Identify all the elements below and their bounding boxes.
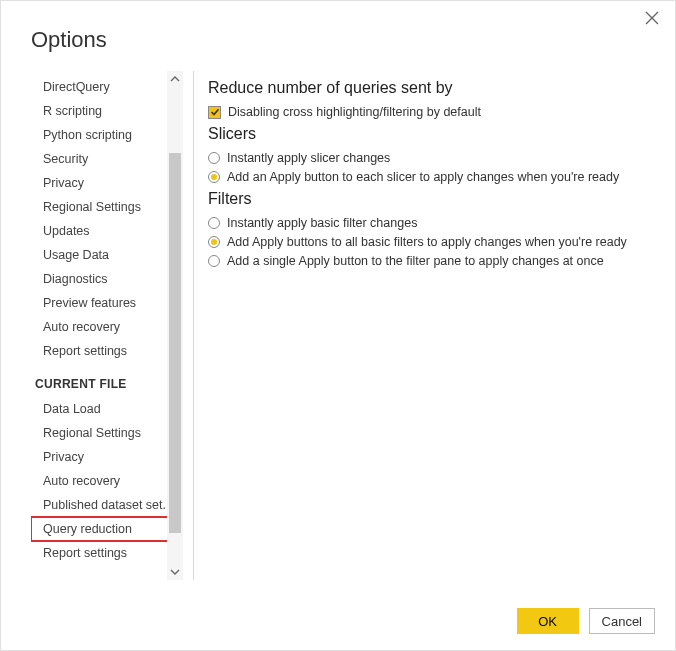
radio-icon <box>208 152 220 164</box>
chevron-up-icon[interactable] <box>167 71 183 87</box>
checkbox-label: Disabling cross highlighting/filtering b… <box>228 105 481 119</box>
sidebar: DirectQuery R scripting Python scripting… <box>31 71 183 580</box>
content-panel: Reduce number of queries sent by Disabli… <box>208 71 655 580</box>
radio-filter-apply-single[interactable]: Add a single Apply button to the filter … <box>208 254 655 268</box>
sidebar-item-r-scripting[interactable]: R scripting <box>31 99 183 123</box>
sidebar-item-report-settings[interactable]: Report settings <box>31 339 183 363</box>
sidebar-item-privacy-file[interactable]: Privacy <box>31 445 183 469</box>
dialog-footer: OK Cancel <box>517 608 655 634</box>
sidebar-item-python-scripting[interactable]: Python scripting <box>31 123 183 147</box>
group-title-slicers: Slicers <box>208 125 655 143</box>
radio-label: Add a single Apply button to the filter … <box>227 254 604 268</box>
scrollbar-thumb[interactable] <box>169 153 181 533</box>
chevron-down-icon[interactable] <box>167 564 183 580</box>
close-icon[interactable] <box>645 11 661 27</box>
sidebar-item-regional-settings-file[interactable]: Regional Settings <box>31 421 183 445</box>
vertical-divider <box>193 71 194 580</box>
sidebar-item-diagnostics[interactable]: Diagnostics <box>31 267 183 291</box>
cancel-button[interactable]: Cancel <box>589 608 655 634</box>
page-title: Options <box>31 27 107 53</box>
group-title-filters: Filters <box>208 190 655 208</box>
sidebar-item-preview-features[interactable]: Preview features <box>31 291 183 315</box>
sidebar-item-auto-recovery[interactable]: Auto recovery <box>31 315 183 339</box>
sidebar-item-regional-settings[interactable]: Regional Settings <box>31 195 183 219</box>
checkbox-disable-cross-highlight[interactable]: Disabling cross highlighting/filtering b… <box>208 105 655 119</box>
radio-icon <box>208 255 220 267</box>
radio-icon <box>208 217 220 229</box>
radio-label: Add an Apply button to each slicer to ap… <box>227 170 619 184</box>
radio-label: Instantly apply basic filter changes <box>227 216 417 230</box>
radio-filter-instant[interactable]: Instantly apply basic filter changes <box>208 216 655 230</box>
sidebar-item-directquery[interactable]: DirectQuery <box>31 75 183 99</box>
sidebar-section-header: CURRENT FILE <box>31 363 183 397</box>
radio-filter-apply-each[interactable]: Add Apply buttons to all basic filters t… <box>208 235 655 249</box>
sidebar-item-auto-recovery-file[interactable]: Auto recovery <box>31 469 183 493</box>
sidebar-item-data-load[interactable]: Data Load <box>31 397 183 421</box>
radio-icon <box>208 171 220 183</box>
checkbox-icon <box>208 106 221 119</box>
sidebar-item-report-settings-file[interactable]: Report settings <box>31 541 183 565</box>
sidebar-item-privacy[interactable]: Privacy <box>31 171 183 195</box>
ok-button[interactable]: OK <box>517 608 579 634</box>
sidebar-item-security[interactable]: Security <box>31 147 183 171</box>
scrollbar-track[interactable] <box>167 71 183 580</box>
radio-slicer-instant[interactable]: Instantly apply slicer changes <box>208 151 655 165</box>
radio-slicer-apply[interactable]: Add an Apply button to each slicer to ap… <box>208 170 655 184</box>
radio-label: Add Apply buttons to all basic filters t… <box>227 235 627 249</box>
group-title-reduce: Reduce number of queries sent by <box>208 79 655 97</box>
sidebar-item-usage-data[interactable]: Usage Data <box>31 243 183 267</box>
radio-label: Instantly apply slicer changes <box>227 151 390 165</box>
radio-icon <box>208 236 220 248</box>
sidebar-item-published-dataset[interactable]: Published dataset set... <box>31 493 183 517</box>
sidebar-item-updates[interactable]: Updates <box>31 219 183 243</box>
sidebar-item-query-reduction[interactable]: Query reduction <box>31 517 183 541</box>
